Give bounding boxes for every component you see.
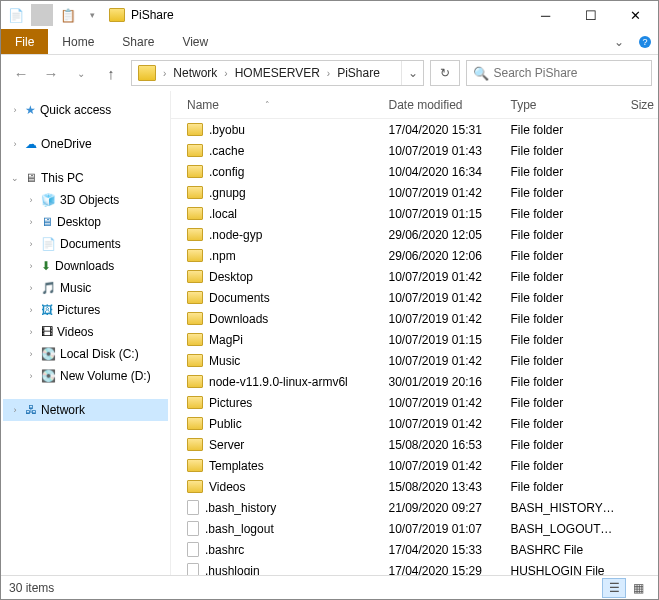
file-name: node-v11.9.0-linux-armv6l [209,375,348,389]
file-name: Templates [209,459,264,473]
maximize-button[interactable]: ☐ [568,1,613,29]
address-dropdown-icon[interactable]: ⌄ [401,61,423,85]
qat-newfolder-icon[interactable]: 📋 [57,4,79,26]
tab-share[interactable]: Share [108,29,168,54]
table-row[interactable]: .bash_history21/09/2020 09:27BASH_HISTOR… [171,497,658,518]
file-date: 17/04/2020 15:29 [380,564,502,576]
chevron-right-icon[interactable]: › [160,68,169,79]
table-row[interactable]: .config10/04/2020 16:34File folder [171,161,658,182]
nav-this-pc[interactable]: ⌄ 🖥 This PC [3,167,168,189]
close-button[interactable]: ✕ [613,1,658,29]
folder-icon [187,270,203,283]
table-row[interactable]: .local10/07/2019 01:15File folder [171,203,658,224]
ribbon: File Home Share View ⌄ ? [1,29,658,55]
file-list: Name˄ Date modified Type Size .byobu17/0… [171,91,658,575]
up-button[interactable]: ↑ [97,60,125,86]
folder-icon [187,249,203,262]
chevron-right-icon[interactable]: › [9,105,21,115]
file-date: 15/08/2020 13:43 [380,480,502,494]
table-row[interactable]: .bashrc17/04/2020 15:33BASHRC File [171,539,658,560]
table-row[interactable]: Server15/08/2020 16:53File folder [171,434,658,455]
nav-pictures[interactable]: ›🖼Pictures [3,299,168,321]
table-row[interactable]: .byobu17/04/2020 15:31File folder [171,119,658,140]
chevron-right-icon[interactable]: › [221,68,230,79]
table-row[interactable]: MagPi10/07/2019 01:15File folder [171,329,658,350]
qat-dropdown-icon[interactable]: ▾ [81,4,103,26]
breadcrumb-pishare[interactable]: PiShare [333,61,384,85]
table-row[interactable]: Desktop10/07/2019 01:42File folder [171,266,658,287]
file-date: 30/01/2019 20:16 [380,375,502,389]
minimize-button[interactable]: ─ [523,1,568,29]
address-bar[interactable]: › Network › HOMESERVER › PiShare ⌄ [131,60,424,86]
table-row[interactable]: Pictures10/07/2019 01:42File folder [171,392,658,413]
recent-dropdown[interactable]: ⌄ [67,60,95,86]
back-button[interactable]: ← [7,60,35,86]
chevron-right-icon[interactable]: › [9,405,21,415]
nav-3d-objects[interactable]: ›🧊3D Objects [3,189,168,211]
folder-icon [109,8,125,22]
view-details-button[interactable]: ☰ [602,578,626,598]
nav-quick-access[interactable]: › ★ Quick access [3,99,168,121]
file-rows[interactable]: .byobu17/04/2020 15:31File folder.cache1… [171,119,658,575]
forward-button[interactable]: → [37,60,65,86]
table-row[interactable]: .gnupg10/07/2019 01:42File folder [171,182,658,203]
chevron-right-icon[interactable]: › [9,139,21,149]
file-date: 17/04/2020 15:31 [380,123,502,137]
table-row[interactable]: .bash_logout10/07/2019 01:07BASH_LOGOUT … [171,518,658,539]
column-header-type[interactable]: Type [502,98,615,112]
nav-music[interactable]: ›🎵Music [3,277,168,299]
search-input[interactable] [493,66,645,80]
file-name: .local [209,207,237,221]
cube-icon: 🧊 [41,193,56,207]
file-icon [187,563,199,575]
table-row[interactable]: Videos15/08/2020 13:43File folder [171,476,658,497]
file-date: 29/06/2020 12:06 [380,249,502,263]
table-row[interactable]: Public10/07/2019 01:42File folder [171,413,658,434]
folder-icon [187,228,203,241]
music-icon: 🎵 [41,281,56,295]
nav-local-disk[interactable]: ›💽Local Disk (C:) [3,343,168,365]
chevron-right-icon[interactable]: › [324,68,333,79]
column-header-name[interactable]: Name˄ [179,98,380,112]
nav-videos[interactable]: ›🎞Videos [3,321,168,343]
search-box[interactable]: 🔍 [466,60,652,86]
file-date: 17/04/2020 15:33 [380,543,502,557]
help-icon[interactable]: ? [632,29,658,54]
view-large-icons-button[interactable]: ▦ [626,578,650,598]
nav-onedrive[interactable]: › ☁ OneDrive [3,133,168,155]
table-row[interactable]: Documents10/07/2019 01:42File folder [171,287,658,308]
table-row[interactable]: Downloads10/07/2019 01:42File folder [171,308,658,329]
nav-downloads[interactable]: ›⬇Downloads [3,255,168,277]
table-row[interactable]: .cache10/07/2019 01:43File folder [171,140,658,161]
column-header-size[interactable]: Size [615,98,658,112]
breadcrumb-network[interactable]: Network [169,61,221,85]
tab-view[interactable]: View [168,29,222,54]
tab-file[interactable]: File [1,29,48,54]
table-row[interactable]: .node-gyp29/06/2020 12:05File folder [171,224,658,245]
refresh-button[interactable]: ↻ [430,60,460,86]
folder-icon [187,207,203,220]
folder-icon [187,333,203,346]
table-row[interactable]: Music10/07/2019 01:42File folder [171,350,658,371]
folder-icon [187,165,203,178]
table-row[interactable]: Templates10/07/2019 01:42File folder [171,455,658,476]
nav-new-volume[interactable]: ›💽New Volume (D:) [3,365,168,387]
table-row[interactable]: .hushlogin17/04/2020 15:29HUSHLOGIN File [171,560,658,575]
file-name: .config [209,165,244,179]
folder-icon [187,312,203,325]
file-name: Documents [209,291,270,305]
file-date: 21/09/2020 09:27 [380,501,502,515]
tab-home[interactable]: Home [48,29,108,54]
nav-documents[interactable]: ›📄Documents [3,233,168,255]
folder-icon [187,417,203,430]
breadcrumb-homeserver[interactable]: HOMESERVER [231,61,324,85]
ribbon-expand-icon[interactable]: ⌄ [606,29,632,54]
folder-icon [187,354,203,367]
table-row[interactable]: .npm29/06/2020 12:06File folder [171,245,658,266]
column-header-date[interactable]: Date modified [380,98,502,112]
nav-desktop[interactable]: ›🖥Desktop [3,211,168,233]
nav-network[interactable]: › 🖧 Network [3,399,168,421]
chevron-down-icon[interactable]: ⌄ [9,173,21,183]
table-row[interactable]: node-v11.9.0-linux-armv6l30/01/2019 20:1… [171,371,658,392]
qat-properties-icon[interactable]: 📄 [5,4,27,26]
